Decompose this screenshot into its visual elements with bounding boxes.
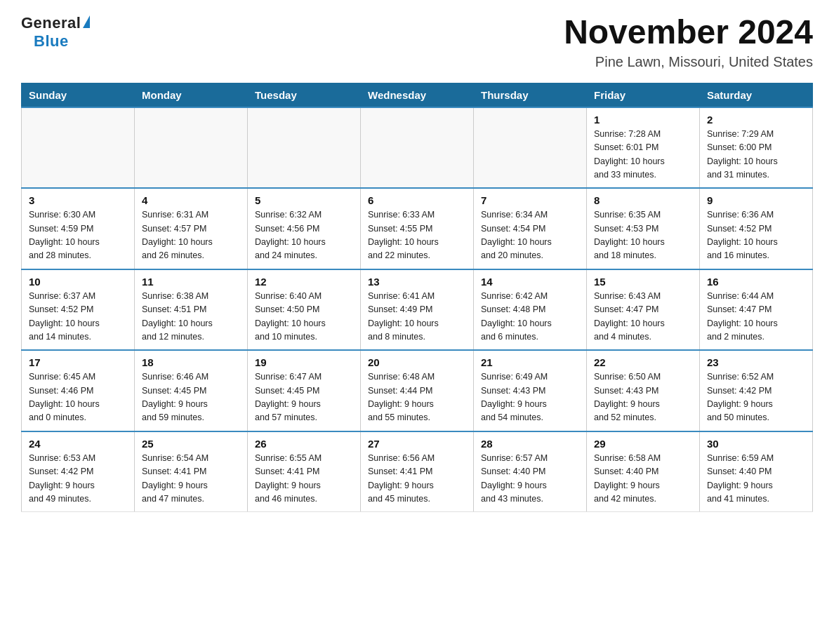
day-info: Sunrise: 6:37 AM Sunset: 4:52 PM Dayligh… — [29, 290, 127, 344]
day-number: 18 — [142, 356, 240, 368]
day-number: 10 — [29, 276, 127, 288]
weekday-header-saturday: Saturday — [700, 83, 813, 107]
weekday-header-monday: Monday — [135, 83, 248, 107]
calendar-cell: 3Sunrise: 6:30 AM Sunset: 4:59 PM Daylig… — [22, 188, 135, 269]
calendar-cell: 26Sunrise: 6:55 AM Sunset: 4:41 PM Dayli… — [248, 431, 361, 512]
day-number: 11 — [142, 276, 240, 288]
calendar-cell: 30Sunrise: 6:59 AM Sunset: 4:40 PM Dayli… — [700, 431, 813, 512]
calendar-cell — [135, 107, 248, 189]
calendar-cell: 13Sunrise: 6:41 AM Sunset: 4:49 PM Dayli… — [361, 269, 474, 351]
day-number: 14 — [481, 276, 579, 288]
calendar-cell: 14Sunrise: 6:42 AM Sunset: 4:48 PM Dayli… — [474, 269, 587, 351]
calendar-cell — [248, 107, 361, 189]
day-info: Sunrise: 6:42 AM Sunset: 4:48 PM Dayligh… — [481, 290, 579, 344]
logo-general-text: General — [21, 14, 81, 32]
calendar-cell: 20Sunrise: 6:48 AM Sunset: 4:44 PM Dayli… — [361, 350, 474, 431]
calendar-cell: 27Sunrise: 6:56 AM Sunset: 4:41 PM Dayli… — [361, 431, 474, 512]
calendar-cell: 29Sunrise: 6:58 AM Sunset: 4:40 PM Dayli… — [587, 431, 700, 512]
day-number: 1 — [594, 114, 692, 126]
calendar-cell: 21Sunrise: 6:49 AM Sunset: 4:43 PM Dayli… — [474, 350, 587, 431]
day-number: 2 — [707, 114, 805, 126]
day-info: Sunrise: 6:30 AM Sunset: 4:59 PM Dayligh… — [29, 208, 127, 263]
title-block: November 2024 Pine Lawn, Missouri, Unite… — [564, 14, 813, 70]
calendar-cell: 10Sunrise: 6:37 AM Sunset: 4:52 PM Dayli… — [22, 269, 135, 351]
day-number: 4 — [142, 194, 240, 206]
calendar-week-row: 24Sunrise: 6:53 AM Sunset: 4:42 PM Dayli… — [22, 431, 813, 512]
page-header: General Blue November 2024 Pine Lawn, Mi… — [21, 14, 813, 70]
logo-blue-text: Blue — [34, 32, 69, 51]
logo: General Blue — [21, 14, 90, 51]
day-info: Sunrise: 6:54 AM Sunset: 4:41 PM Dayligh… — [142, 452, 240, 507]
day-number: 22 — [594, 356, 692, 368]
calendar-cell: 11Sunrise: 6:38 AM Sunset: 4:51 PM Dayli… — [135, 269, 248, 351]
day-info: Sunrise: 6:41 AM Sunset: 4:49 PM Dayligh… — [368, 290, 466, 344]
weekday-header-sunday: Sunday — [22, 83, 135, 107]
day-info: Sunrise: 6:47 AM Sunset: 4:45 PM Dayligh… — [255, 370, 353, 425]
calendar-week-row: 10Sunrise: 6:37 AM Sunset: 4:52 PM Dayli… — [22, 269, 813, 351]
day-number: 17 — [29, 356, 127, 368]
day-number: 15 — [594, 276, 692, 288]
day-number: 27 — [368, 438, 466, 450]
day-info: Sunrise: 6:59 AM Sunset: 4:40 PM Dayligh… — [707, 452, 805, 507]
calendar-cell — [361, 107, 474, 189]
day-number: 25 — [142, 438, 240, 450]
calendar-week-row: 3Sunrise: 6:30 AM Sunset: 4:59 PM Daylig… — [22, 188, 813, 269]
weekday-header-thursday: Thursday — [474, 83, 587, 107]
day-info: Sunrise: 6:43 AM Sunset: 4:47 PM Dayligh… — [594, 290, 692, 344]
calendar-cell: 16Sunrise: 6:44 AM Sunset: 4:47 PM Dayli… — [700, 269, 813, 351]
day-info: Sunrise: 6:32 AM Sunset: 4:56 PM Dayligh… — [255, 208, 353, 263]
day-info: Sunrise: 6:44 AM Sunset: 4:47 PM Dayligh… — [707, 290, 805, 344]
day-info: Sunrise: 6:53 AM Sunset: 4:42 PM Dayligh… — [29, 452, 127, 507]
calendar-cell — [474, 107, 587, 189]
day-number: 28 — [481, 438, 579, 450]
calendar-cell: 15Sunrise: 6:43 AM Sunset: 4:47 PM Dayli… — [587, 269, 700, 351]
day-info: Sunrise: 7:29 AM Sunset: 6:00 PM Dayligh… — [707, 128, 805, 182]
day-info: Sunrise: 6:48 AM Sunset: 4:44 PM Dayligh… — [368, 370, 466, 425]
calendar-cell: 7Sunrise: 6:34 AM Sunset: 4:54 PM Daylig… — [474, 188, 587, 269]
calendar-week-row: 1Sunrise: 7:28 AM Sunset: 6:01 PM Daylig… — [22, 107, 813, 189]
day-info: Sunrise: 6:55 AM Sunset: 4:41 PM Dayligh… — [255, 452, 353, 507]
day-info: Sunrise: 6:35 AM Sunset: 4:53 PM Dayligh… — [594, 208, 692, 263]
day-number: 5 — [255, 194, 353, 206]
calendar-cell: 24Sunrise: 6:53 AM Sunset: 4:42 PM Dayli… — [22, 431, 135, 512]
day-number: 20 — [368, 356, 466, 368]
calendar-cell: 8Sunrise: 6:35 AM Sunset: 4:53 PM Daylig… — [587, 188, 700, 269]
calendar-cell: 17Sunrise: 6:45 AM Sunset: 4:46 PM Dayli… — [22, 350, 135, 431]
weekday-header-tuesday: Tuesday — [248, 83, 361, 107]
day-number: 26 — [255, 438, 353, 450]
day-info: Sunrise: 6:36 AM Sunset: 4:52 PM Dayligh… — [707, 208, 805, 263]
day-number: 16 — [707, 276, 805, 288]
day-number: 12 — [255, 276, 353, 288]
location-title: Pine Lawn, Missouri, United States — [564, 54, 813, 70]
day-number: 9 — [707, 194, 805, 206]
day-number: 24 — [29, 438, 127, 450]
weekday-header-row: SundayMondayTuesdayWednesdayThursdayFrid… — [22, 83, 813, 107]
day-info: Sunrise: 6:58 AM Sunset: 4:40 PM Dayligh… — [594, 452, 692, 507]
day-info: Sunrise: 6:52 AM Sunset: 4:42 PM Dayligh… — [707, 370, 805, 425]
day-info: Sunrise: 6:38 AM Sunset: 4:51 PM Dayligh… — [142, 290, 240, 344]
day-number: 29 — [594, 438, 692, 450]
day-number: 7 — [481, 194, 579, 206]
day-number: 3 — [29, 194, 127, 206]
day-number: 23 — [707, 356, 805, 368]
calendar-week-row: 17Sunrise: 6:45 AM Sunset: 4:46 PM Dayli… — [22, 350, 813, 431]
calendar-cell: 28Sunrise: 6:57 AM Sunset: 4:40 PM Dayli… — [474, 431, 587, 512]
day-number: 21 — [481, 356, 579, 368]
month-title: November 2024 — [564, 14, 813, 51]
day-info: Sunrise: 6:56 AM Sunset: 4:41 PM Dayligh… — [368, 452, 466, 507]
day-number: 6 — [368, 194, 466, 206]
weekday-header-wednesday: Wednesday — [361, 83, 474, 107]
day-info: Sunrise: 6:46 AM Sunset: 4:45 PM Dayligh… — [142, 370, 240, 425]
calendar-cell: 6Sunrise: 6:33 AM Sunset: 4:55 PM Daylig… — [361, 188, 474, 269]
calendar-cell: 4Sunrise: 6:31 AM Sunset: 4:57 PM Daylig… — [135, 188, 248, 269]
calendar-cell: 19Sunrise: 6:47 AM Sunset: 4:45 PM Dayli… — [248, 350, 361, 431]
calendar-table: SundayMondayTuesdayWednesdayThursdayFrid… — [21, 83, 813, 513]
calendar-cell — [22, 107, 135, 189]
day-info: Sunrise: 6:49 AM Sunset: 4:43 PM Dayligh… — [481, 370, 579, 425]
logo-triangle-icon — [83, 15, 90, 28]
day-info: Sunrise: 6:57 AM Sunset: 4:40 PM Dayligh… — [481, 452, 579, 507]
calendar-cell: 9Sunrise: 6:36 AM Sunset: 4:52 PM Daylig… — [700, 188, 813, 269]
calendar-cell: 22Sunrise: 6:50 AM Sunset: 4:43 PM Dayli… — [587, 350, 700, 431]
calendar-cell: 1Sunrise: 7:28 AM Sunset: 6:01 PM Daylig… — [587, 107, 700, 189]
calendar-cell: 23Sunrise: 6:52 AM Sunset: 4:42 PM Dayli… — [700, 350, 813, 431]
